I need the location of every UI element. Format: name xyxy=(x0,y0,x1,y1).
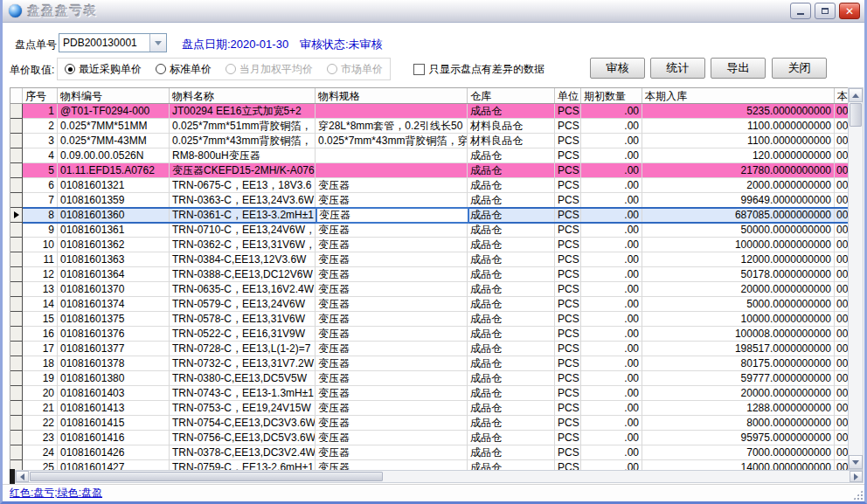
cell-unit[interactable]: PCS xyxy=(555,356,581,371)
doc-no-combobox[interactable]: PDB200130001 xyxy=(59,33,167,52)
cell-row-number[interactable]: 16 xyxy=(23,327,58,342)
table-row[interactable]: 20.025*7MM*51MM0.025*7mm*51mm背胶铜箔，穿28L*8… xyxy=(10,119,848,134)
cell-item-spec[interactable] xyxy=(316,104,468,119)
cell-warehouse[interactable]: 成品仓 xyxy=(468,445,555,460)
cell-unit[interactable]: PCS xyxy=(555,386,581,401)
cell-unit[interactable]: PCS xyxy=(555,163,581,178)
table-row[interactable]: 2401081601426TRN-0378-C,EE13,DC3V2.4W变压器… xyxy=(10,445,848,460)
cell-item-code[interactable]: 01081601376 xyxy=(58,327,170,342)
cell-item-code[interactable]: 01081601415 xyxy=(58,416,170,431)
cell-next-column[interactable]: 00 xyxy=(835,401,848,416)
cell-item-name[interactable]: TRN-0388-C,EE13,DC12V6W xyxy=(170,267,316,282)
cell-warehouse[interactable]: 成品仓 xyxy=(468,342,555,356)
cell-item-name[interactable]: RM8-800uH变压器 xyxy=(170,148,316,163)
cell-in-qty[interactable]: 5000.0000000000 xyxy=(642,297,835,312)
cell-warehouse[interactable]: 成品仓 xyxy=(468,267,555,282)
cell-next-column[interactable]: 00 xyxy=(835,371,848,386)
cell-begin-qty[interactable]: .00 xyxy=(581,223,642,238)
cell-item-name[interactable]: TRN-0756-C,EE13,DC5V3.6W xyxy=(170,431,316,445)
cell-row-number[interactable]: 23 xyxy=(23,431,58,445)
cell-warehouse[interactable]: 成品仓 xyxy=(468,401,555,416)
cell-in-qty[interactable]: 7000.0000000000 xyxy=(642,445,835,460)
table-row[interactable]: 1@T01-TF0294-000JT00294 EE16立式加宽5+2成品仓PC… xyxy=(10,104,848,119)
cell-item-code[interactable]: 01081601362 xyxy=(58,238,170,252)
cell-warehouse[interactable]: 成品仓 xyxy=(468,163,555,178)
cell-in-qty[interactable]: 95975.0000000000 xyxy=(642,431,835,445)
cell-item-name[interactable]: TRN-0378-C,EE13,DC3V2.4W xyxy=(170,445,316,460)
table-row[interactable]: 1901081601380TRN-0380-C,EE13,DC5V5W变压器成品… xyxy=(10,371,848,386)
column-header[interactable]: 物料名称 xyxy=(170,88,316,103)
cell-unit[interactable]: PCS xyxy=(555,119,581,134)
cell-begin-qty[interactable]: .00 xyxy=(581,267,642,282)
cell-item-spec[interactable]: 变压器 xyxy=(316,297,468,312)
cell-begin-qty[interactable]: .00 xyxy=(581,134,642,148)
cell-in-qty[interactable]: 1100.0000000000 xyxy=(642,119,835,134)
cell-item-spec[interactable]: 变压器 xyxy=(316,252,468,267)
cell-row-number[interactable]: 15 xyxy=(23,312,58,327)
cell-next-column[interactable]: 00 xyxy=(835,460,848,470)
cell-in-qty[interactable]: 80175.0000000000 xyxy=(642,356,835,371)
cell-warehouse[interactable]: 成品仓 xyxy=(468,238,555,252)
cell-begin-qty[interactable]: .00 xyxy=(581,401,642,416)
cell-in-qty[interactable]: 100000.0000000000 xyxy=(642,238,835,252)
cell-unit[interactable]: PCS xyxy=(555,252,581,267)
cell-item-spec[interactable]: 0.025*7mm*43mm背胶铜箔，穿 xyxy=(316,134,468,148)
cell-unit[interactable]: PCS xyxy=(555,327,581,342)
close-form-button[interactable]: 关闭 xyxy=(772,58,827,79)
cell-item-spec[interactable] xyxy=(316,163,468,178)
show-diff-only-checkbox[interactable]: 只显示盘点有差异的数据 xyxy=(413,62,544,77)
cell-in-qty[interactable]: 1100.0000000000 xyxy=(642,134,835,148)
cell-item-name[interactable]: TRN-0675-C，EE13，18V3.6 xyxy=(170,178,316,193)
cell-warehouse[interactable]: 材料良品仓 xyxy=(468,119,555,134)
resize-grip[interactable] xyxy=(852,489,864,501)
cell-row-number[interactable]: 1 xyxy=(23,104,58,119)
table-row[interactable]: 501.11.EFD15.A0762变压器CKEFD15-2MH/K-A076成… xyxy=(10,163,848,178)
table-row[interactable]: 701081601359TRN-0363-C，EE13,24V3.6W变压器成品… xyxy=(10,193,848,208)
cell-item-spec[interactable]: 穿28L*8mm套管，0.2引线长50 xyxy=(316,119,468,134)
radio-market-price[interactable]: 市场单价 xyxy=(327,62,383,77)
table-row[interactable]: 2301081601416TRN-0756-C,EE13,DC5V3.6W变压器… xyxy=(10,431,848,445)
cell-item-spec[interactable]: 变压器 xyxy=(316,312,468,327)
table-row[interactable]: 2501081601427TRN-0759-C，EE13-2.6mH±1变压器成… xyxy=(10,460,848,470)
cell-item-name[interactable]: TRN-0380-C,EE13,DC5V5W xyxy=(170,371,316,386)
cell-row-number[interactable]: 18 xyxy=(23,356,58,371)
cell-unit[interactable]: PCS xyxy=(555,401,581,416)
cell-begin-qty[interactable]: .00 xyxy=(581,460,642,470)
cell-row-number[interactable]: 7 xyxy=(23,193,58,208)
cell-row-number[interactable]: 24 xyxy=(23,445,58,460)
cell-row-number[interactable]: 25 xyxy=(23,460,58,470)
cell-item-code[interactable]: 01081601363 xyxy=(58,252,170,267)
cell-item-spec[interactable] xyxy=(316,148,468,163)
stats-button[interactable]: 统计 xyxy=(650,58,705,79)
cell-item-code[interactable]: @T01-TF0294-000 xyxy=(58,104,170,119)
cell-in-qty[interactable]: 5235.0000000000 xyxy=(642,104,835,119)
cell-warehouse[interactable]: 成品仓 xyxy=(468,282,555,297)
cell-item-name[interactable]: TRN-0362-C，EE13,31V6W， xyxy=(170,238,316,252)
cell-item-name[interactable]: TRN-0361-C，EE13-3.2mH±1 xyxy=(170,208,316,223)
scroll-down-button[interactable] xyxy=(849,455,863,469)
cell-begin-qty[interactable]: .00 xyxy=(581,416,642,431)
cell-unit[interactable]: PCS xyxy=(555,267,581,282)
cell-warehouse[interactable]: 成品仓 xyxy=(468,312,555,327)
cell-unit[interactable]: PCS xyxy=(555,282,581,297)
cell-item-code[interactable]: 0.025*7MM*51MM xyxy=(58,119,170,134)
cell-in-qty[interactable]: 14000.0000000000 xyxy=(642,460,835,470)
cell-row-number[interactable]: 21 xyxy=(23,401,58,416)
column-header[interactable]: 物料规格 xyxy=(316,88,468,103)
cell-next-column[interactable]: 00 xyxy=(835,148,848,163)
cell-unit[interactable]: PCS xyxy=(555,342,581,356)
table-row[interactable]: 1601081601376TRN-0522-C，EE16,31V9W变压器成品仓… xyxy=(10,327,848,342)
cell-item-name[interactable]: TRN-0710-C，EE13,24V6W， xyxy=(170,223,316,238)
cell-next-column[interactable]: 00 xyxy=(835,416,848,431)
cell-item-name[interactable]: 0.025*7mm*43mm背胶铜箔， xyxy=(170,134,316,148)
table-row[interactable]: 30.025*7MM-43MM0.025*7mm*43mm背胶铜箔，0.025*… xyxy=(10,134,848,148)
cell-next-column[interactable]: 00 xyxy=(835,282,848,297)
cell-item-name[interactable]: JT00294 EE16立式加宽5+2 xyxy=(170,104,316,119)
radio-monthly-weighted-avg-price[interactable]: 当月加权平均价 xyxy=(225,62,313,77)
cell-row-number[interactable]: 6 xyxy=(23,178,58,193)
cell-item-code[interactable]: 01081601426 xyxy=(58,445,170,460)
cell-warehouse[interactable]: 成品仓 xyxy=(468,431,555,445)
cell-item-spec[interactable]: 变压器 xyxy=(316,282,468,297)
cell-next-column[interactable]: 00 xyxy=(835,431,848,445)
cell-row-number[interactable]: 8 xyxy=(23,208,58,223)
